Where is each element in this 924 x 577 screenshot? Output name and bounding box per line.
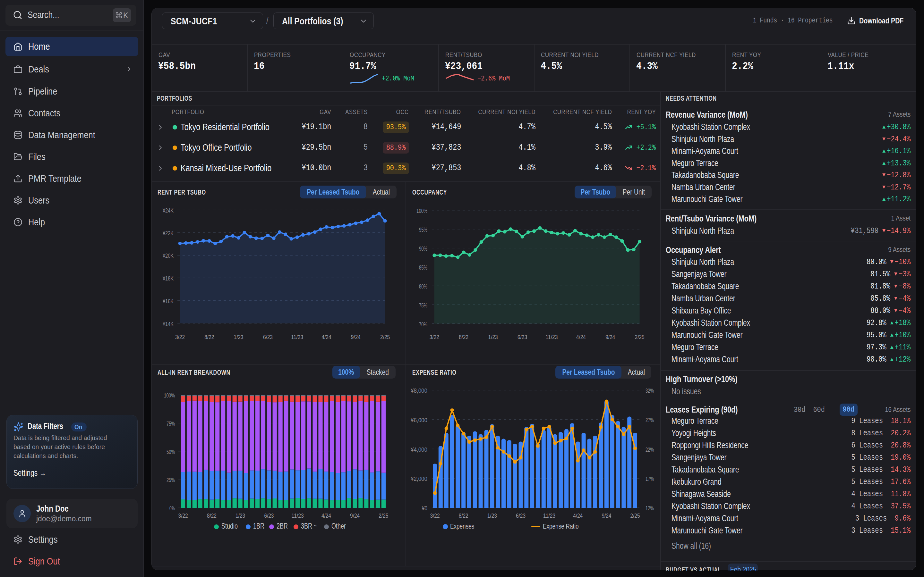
svg-text:0%: 0% <box>170 505 175 512</box>
svg-text:22%: 22% <box>646 446 654 453</box>
svg-text:8/22: 8/22 <box>459 334 468 340</box>
svg-text:9/24: 9/24 <box>606 334 615 340</box>
svg-text:11/23: 11/23 <box>545 334 557 340</box>
svg-text:2/25: 2/25 <box>379 513 388 519</box>
svg-text:9/24: 9/24 <box>602 513 611 519</box>
svg-text:25%: 25% <box>166 477 175 484</box>
svg-text:¥14K: ¥14K <box>162 321 174 327</box>
svg-text:100%: 100% <box>417 208 427 214</box>
svg-text:¥20K: ¥20K <box>162 253 174 259</box>
svg-text:6/23: 6/23 <box>263 334 273 340</box>
svg-text:32%: 32% <box>646 388 654 394</box>
svg-text:4/24: 4/24 <box>321 513 331 519</box>
svg-text:¥16K: ¥16K <box>162 298 174 305</box>
svg-text:4/24: 4/24 <box>576 334 586 340</box>
svg-text:95%: 95% <box>419 227 427 233</box>
svg-text:11/23: 11/23 <box>292 513 304 519</box>
svg-text:2/25: 2/25 <box>380 334 390 340</box>
svg-text:8/22: 8/22 <box>207 513 216 519</box>
svg-text:12%: 12% <box>646 505 654 512</box>
svg-text:¥24K: ¥24K <box>162 207 174 214</box>
svg-text:85%: 85% <box>419 264 427 271</box>
svg-text:8/22: 8/22 <box>204 334 214 340</box>
svg-text:11/23: 11/23 <box>291 334 303 340</box>
svg-text:80%: 80% <box>419 284 427 290</box>
svg-text:1/23: 1/23 <box>236 513 245 519</box>
svg-text:9/24: 9/24 <box>351 334 360 340</box>
svg-text:6/23: 6/23 <box>516 513 525 519</box>
svg-text:4/24: 4/24 <box>573 513 583 519</box>
svg-text:2/25: 2/25 <box>635 334 645 340</box>
svg-text:8/22: 8/22 <box>459 513 468 519</box>
svg-text:¥18K: ¥18K <box>162 276 174 282</box>
svg-text:3/22: 3/22 <box>175 334 185 340</box>
svg-text:¥6,000: ¥6,000 <box>410 417 427 424</box>
svg-text:¥0: ¥0 <box>422 505 427 512</box>
svg-text:6/23: 6/23 <box>264 513 274 519</box>
svg-text:70%: 70% <box>419 321 427 327</box>
svg-text:75%: 75% <box>166 421 175 427</box>
svg-text:¥2,000: ¥2,000 <box>410 476 427 482</box>
svg-text:1/23: 1/23 <box>487 513 497 519</box>
svg-text:4/24: 4/24 <box>322 334 331 340</box>
svg-text:3/22: 3/22 <box>178 513 188 519</box>
svg-text:9/24: 9/24 <box>350 513 360 519</box>
svg-text:17%: 17% <box>646 476 654 482</box>
svg-text:27%: 27% <box>646 417 654 424</box>
svg-text:¥8,000: ¥8,000 <box>410 388 427 394</box>
svg-text:90%: 90% <box>419 245 427 252</box>
svg-text:3/22: 3/22 <box>430 513 440 519</box>
svg-text:3/22: 3/22 <box>430 334 439 340</box>
svg-text:1/23: 1/23 <box>488 334 498 340</box>
svg-text:2/25: 2/25 <box>630 513 640 519</box>
svg-text:6/23: 6/23 <box>517 334 527 340</box>
svg-text:100%: 100% <box>164 392 175 399</box>
svg-text:11/23: 11/23 <box>543 513 556 519</box>
svg-text:50%: 50% <box>166 449 175 455</box>
svg-text:75%: 75% <box>419 302 427 309</box>
svg-text:¥22K: ¥22K <box>162 230 174 237</box>
svg-text:1/23: 1/23 <box>234 334 244 340</box>
svg-text:¥4,000: ¥4,000 <box>410 446 427 453</box>
